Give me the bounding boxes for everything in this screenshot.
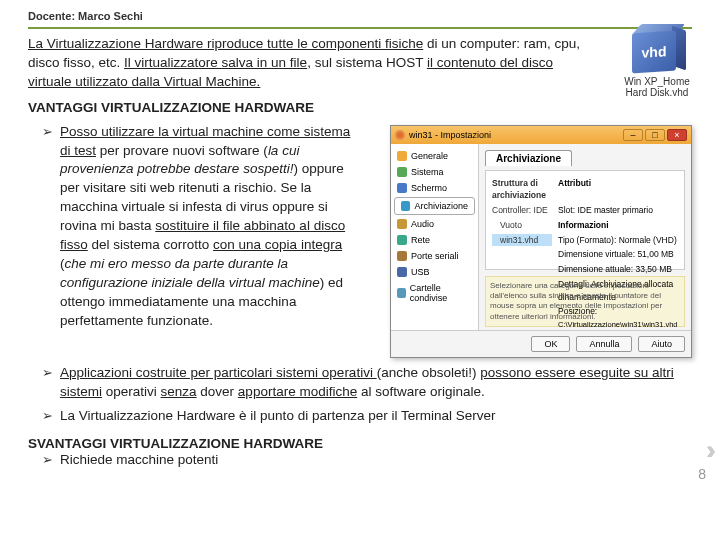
minimize-button[interactable]: – xyxy=(623,129,643,141)
bullet-1: Posso utilizzare la virtual machine come… xyxy=(42,123,352,331)
sidebar-item-porte[interactable]: Porte seriali xyxy=(391,248,478,264)
vbox-tab-label: Archiviazione xyxy=(485,150,572,166)
sidebar-item-sistema[interactable]: Sistema xyxy=(391,164,478,180)
maximize-button[interactable]: □ xyxy=(645,129,665,141)
vbox-sidebar: Generale Sistema Schermo Archiviazione A… xyxy=(391,144,479,330)
sidebar-item-schermo[interactable]: Schermo xyxy=(391,180,478,196)
aiuto-button[interactable]: Aiuto xyxy=(638,336,685,352)
vbox-title: win31 - Impostazioni xyxy=(409,130,491,140)
vhd-cube-icon: vhd xyxy=(628,24,686,74)
header-bar: Docente: Marco Sechi xyxy=(28,8,692,29)
sidebar-item-rete[interactable]: Rete xyxy=(391,232,478,248)
bullet-3: La Virtualizzazione Hardware è il punto … xyxy=(42,407,692,426)
gear-icon xyxy=(395,130,405,140)
sbullet-1: Richiede macchine potenti xyxy=(42,451,692,470)
tree-empty[interactable]: Vuoto xyxy=(492,219,552,232)
disadvantages-title: SVANTAGGI VIRTUALIZZAZIONE HARDWARE xyxy=(28,436,692,451)
bullet-2: Applicazioni costruite per particolari s… xyxy=(42,364,692,402)
vhd-face-label: vhd xyxy=(632,30,676,73)
controller-ide[interactable]: Controller: IDE xyxy=(492,204,552,217)
vbox-main-panel: Archiviazione Struttura di archiviazione… xyxy=(479,144,691,330)
tree-disk[interactable]: win31.vhd xyxy=(492,234,552,247)
vhd-caption-2: Hard Disk.vhd xyxy=(616,87,698,98)
sidebar-item-usb[interactable]: USB xyxy=(391,264,478,280)
attr-title: Attributi xyxy=(558,177,678,203)
teacher-label: Docente: Marco Sechi xyxy=(28,10,143,22)
virtualbox-settings-window: win31 - Impostazioni – □ × Generale Sist… xyxy=(390,125,692,358)
close-button[interactable]: × xyxy=(667,129,687,141)
tree-title: Struttura di archiviazione xyxy=(492,177,552,203)
intro-paragraph: La Virtualizzazione Hardware riproduce t… xyxy=(28,35,588,92)
sidebar-item-audio[interactable]: Audio xyxy=(391,216,478,232)
vhd-icon-block: vhd Win XP_Home Hard Disk.vhd xyxy=(616,24,698,98)
ok-button[interactable]: OK xyxy=(531,336,570,352)
sidebar-item-cartelle[interactable]: Cartelle condivise xyxy=(391,280,478,306)
vhd-caption-1: Win XP_Home xyxy=(616,76,698,87)
chevron-right-icon: ››› xyxy=(706,435,708,466)
vbox-titlebar: win31 - Impostazioni – □ × xyxy=(391,126,691,144)
sidebar-item-generale[interactable]: Generale xyxy=(391,148,478,164)
annulla-button[interactable]: Annulla xyxy=(576,336,632,352)
sidebar-item-archiviazione[interactable]: Archiviazione xyxy=(394,197,475,215)
advantages-title: VANTAGGI VIRTUALIZZAZIONE HARDWARE xyxy=(28,100,692,115)
page-number: 8 xyxy=(698,466,706,482)
